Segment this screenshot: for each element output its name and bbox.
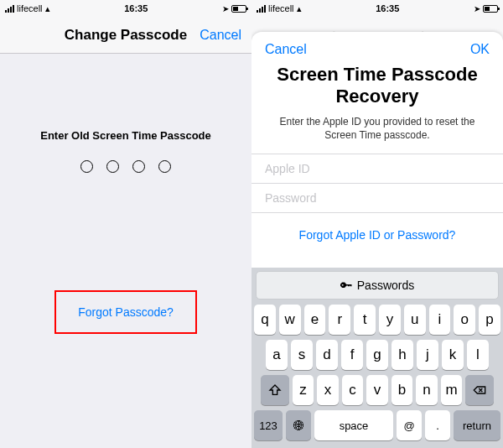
key-m[interactable]: m — [441, 375, 463, 405]
forgot-apple-id-link[interactable]: Forgot Apple ID or Password? — [252, 213, 503, 257]
key-o[interactable]: o — [454, 305, 475, 335]
apple-id-field[interactable]: Apple ID — [252, 154, 503, 183]
key-h[interactable]: h — [392, 340, 413, 370]
passcode-dot — [80, 160, 93, 173]
key-c[interactable]: c — [342, 375, 364, 405]
passcode-dot — [106, 160, 119, 173]
key-k[interactable]: k — [442, 340, 464, 370]
key-u[interactable]: u — [404, 305, 426, 335]
key-g[interactable]: g — [366, 340, 388, 370]
keyboard-row-3: zxcvbnm — [254, 375, 500, 405]
status-bar: lifecell ▴︎ 16:35 ➤ — [252, 0, 503, 17]
shift-key[interactable] — [261, 375, 289, 405]
passcode-entry-area: Enter Old Screen Time Passcode Forgot Pa… — [0, 54, 252, 448]
signal-icon — [257, 4, 266, 13]
key-z[interactable]: z — [293, 375, 314, 405]
key-q[interactable]: q — [254, 305, 276, 335]
shift-icon — [268, 383, 282, 397]
keyboard: 🔑︎ Passwords qwertyuiop asdfghjkl zxcvbn… — [252, 268, 503, 448]
cancel-button[interactable]: Cancel — [200, 28, 241, 43]
passcode-dot — [132, 160, 145, 173]
globe-key[interactable]: 🌐︎ — [286, 410, 311, 440]
numbers-key[interactable]: 123 — [254, 410, 283, 440]
passwords-autofill-bar[interactable]: 🔑︎ Passwords — [256, 271, 499, 300]
key-t[interactable]: t — [354, 305, 376, 335]
passcode-dots[interactable] — [80, 160, 171, 173]
key-y[interactable]: y — [379, 305, 401, 335]
keyboard-row-2: asdfghjkl — [254, 340, 500, 370]
clock: 16:35 — [302, 3, 474, 13]
key-v[interactable]: v — [366, 375, 388, 405]
location-icon: ➤ — [222, 4, 229, 13]
key-x[interactable]: x — [317, 375, 339, 405]
key-icon: 🔑︎ — [340, 279, 352, 292]
battery-icon — [231, 5, 246, 13]
passcode-prompt: Enter Old Screen Time Passcode — [40, 129, 211, 142]
forgot-passcode-highlight: Forgot Passcode? — [54, 290, 197, 334]
space-key[interactable]: space — [314, 410, 393, 440]
key-b[interactable]: b — [392, 375, 413, 405]
key-w[interactable]: w — [279, 305, 301, 335]
signal-icon — [5, 4, 14, 13]
key-r[interactable]: r — [329, 305, 350, 335]
keyboard-row-bottom: 123 🌐︎ space @ . return — [254, 410, 500, 440]
at-key[interactable]: @ — [397, 410, 422, 440]
modal-ok-button[interactable]: OK — [470, 42, 490, 57]
password-field[interactable]: Password — [252, 183, 503, 213]
key-a[interactable]: a — [266, 340, 288, 370]
recovery-modal: Cancel OK Screen Time Passcode Recovery … — [252, 32, 503, 448]
modal-cancel-button[interactable]: Cancel — [265, 42, 307, 57]
battery-icon — [483, 5, 498, 13]
period-key[interactable]: . — [425, 410, 450, 440]
modal-subtitle: Enter the Apple ID you provided to reset… — [252, 115, 503, 154]
clock: 16:35 — [50, 3, 222, 13]
passcode-dot — [158, 160, 171, 173]
key-p[interactable]: p — [479, 305, 500, 335]
key-e[interactable]: e — [304, 305, 326, 335]
backspace-icon — [473, 383, 486, 397]
key-n[interactable]: n — [416, 375, 438, 405]
keyboard-row-1: qwertyuiop — [254, 305, 500, 335]
key-i[interactable]: i — [429, 305, 451, 335]
status-bar: lifecell ▴︎ 16:35 ➤ — [0, 0, 252, 17]
key-s[interactable]: s — [291, 340, 313, 370]
screen-passcode-recovery: lifecell ▴︎ 16:35 ➤ Change Passcode Canc… — [252, 0, 503, 448]
modal-title: Screen Time Passcode Recovery — [252, 62, 503, 115]
key-f[interactable]: f — [341, 340, 363, 370]
carrier-label: lifecell — [268, 3, 294, 13]
return-key[interactable]: return — [454, 410, 500, 440]
forgot-passcode-link[interactable]: Forgot Passcode? — [78, 305, 174, 319]
modal-nav: Cancel OK — [252, 32, 503, 62]
key-l[interactable]: l — [467, 340, 489, 370]
location-icon: ➤ — [474, 4, 480, 13]
screen-change-passcode: lifecell ▴︎ 16:35 ➤ Change Passcode Canc… — [0, 0, 252, 448]
backspace-key[interactable] — [465, 375, 494, 405]
key-j[interactable]: j — [417, 340, 438, 370]
key-d[interactable]: d — [316, 340, 338, 370]
nav-bar: Change Passcode Cancel — [0, 17, 252, 54]
passwords-label: Passwords — [357, 279, 414, 292]
globe-icon: 🌐︎ — [293, 419, 304, 432]
carrier-label: lifecell — [17, 3, 43, 13]
